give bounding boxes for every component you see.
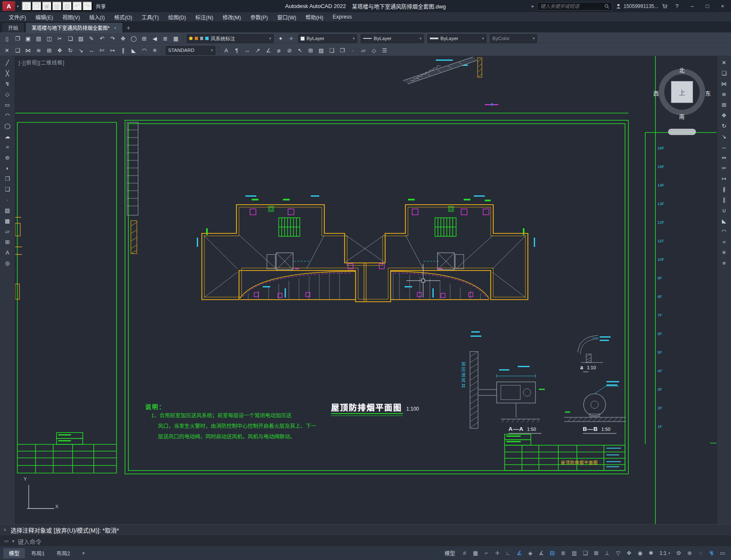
copy-clip-icon[interactable]: ❏ <box>65 33 76 43</box>
revision-cloud-icon[interactable]: ☁ <box>2 131 14 141</box>
match-properties-icon[interactable]: ✎ <box>86 33 97 43</box>
text-icon[interactable]: A <box>221 45 231 55</box>
region-icon[interactable]: ▱ <box>358 45 369 55</box>
isolate-objects-icon[interactable]: ◌ <box>696 548 706 558</box>
dim-aligned-icon[interactable]: ↗ <box>253 45 263 55</box>
stretch-icon[interactable]: ↔ <box>718 142 730 152</box>
3d-object-snap-icon[interactable]: ⊠ <box>591 548 601 558</box>
ellipse-arc-icon[interactable]: ◗ <box>2 163 14 173</box>
boundary-icon[interactable]: ◇ <box>369 45 379 55</box>
scale-icon[interactable]: ↘ <box>76 45 86 55</box>
layer-properties-icon[interactable]: ≣ <box>160 33 171 43</box>
table-icon[interactable]: ⊞ <box>2 237 14 247</box>
make-layer-current-icon[interactable]: ✦ <box>275 33 286 43</box>
store-cart-icon[interactable] <box>662 3 668 9</box>
menu-item[interactable]: 窗口(W) <box>272 12 301 22</box>
zoom-realtime-icon[interactable]: ◯ <box>128 33 139 43</box>
construction-line-icon[interactable]: ╳ <box>2 68 14 78</box>
mtext-icon[interactable]: ¶ <box>231 45 242 55</box>
selection-filtering-icon[interactable]: ▽ <box>613 548 623 558</box>
linetype-combo[interactable]: ByLayer <box>361 34 424 43</box>
object-snap-icon[interactable]: ⊡ <box>547 548 557 558</box>
move-icon[interactable]: ✥ <box>718 110 730 120</box>
make-block-icon[interactable]: ❑ <box>326 45 337 55</box>
insert-block-icon[interactable]: ❒ <box>337 45 348 55</box>
mirror-icon[interactable]: ⋈ <box>23 45 33 55</box>
layer-combo[interactable]: 风系统标注 <box>187 34 274 43</box>
menu-item[interactable]: 标注(N) <box>191 12 218 22</box>
explode-icon[interactable]: ✳ <box>149 45 160 55</box>
plot-preview-icon[interactable]: ◫ <box>44 33 54 43</box>
layout-tab[interactable]: 布局2 <box>51 548 76 558</box>
join-icon[interactable]: ∪ <box>718 205 730 215</box>
region-icon[interactable]: ▱ <box>2 226 14 236</box>
minimize-button[interactable]: – <box>686 1 698 11</box>
titlebar-expand-icon[interactable]: ▸ <box>532 3 534 9</box>
arc-icon[interactable]: ◠ <box>2 110 14 120</box>
cut-icon[interactable]: ✂ <box>54 33 65 43</box>
recent-commands-icon[interactable]: ▾ <box>12 538 14 544</box>
annotation-monitor-icon[interactable]: ⊕ <box>685 548 695 558</box>
spline-icon[interactable]: ≈ <box>2 142 14 152</box>
annotation-scale-combo[interactable]: 1:1 <box>657 549 673 558</box>
erase-icon[interactable]: ✕ <box>2 45 12 55</box>
explode-icon[interactable]: ✳ <box>718 247 730 257</box>
extend-icon[interactable]: ↦ <box>107 45 118 55</box>
mirror-icon[interactable]: ⋈ <box>718 78 730 89</box>
menu-item[interactable]: 帮助(H) <box>301 12 328 22</box>
menu-item[interactable]: 文件(F) <box>4 12 31 22</box>
polar-tracking-icon[interactable]: ∠ <box>514 548 524 558</box>
graphics-performance-icon[interactable]: ↯ <box>707 548 717 558</box>
circle-icon[interactable]: ◯ <box>2 121 14 131</box>
blend-icon[interactable]: ≈ <box>718 237 730 247</box>
gizmo-icon[interactable]: ✥ <box>624 548 634 558</box>
autocad-logo[interactable]: A <box>3 1 15 11</box>
command-close-icon[interactable]: × <box>3 527 6 533</box>
plotstyle-combo[interactable]: ByColor <box>490 34 537 43</box>
snap-mode-icon[interactable]: ▦ <box>470 548 481 558</box>
zoom-window-icon[interactable]: ⊞ <box>139 33 149 43</box>
extend-icon[interactable]: ↦ <box>718 173 730 184</box>
menu-item[interactable]: 参数(P) <box>246 12 273 22</box>
gradient-icon[interactable]: ▩ <box>2 216 14 226</box>
plot-icon[interactable]: ▤ <box>62 1 72 11</box>
open-icon[interactable]: ❐ <box>12 33 23 43</box>
fillet-icon[interactable]: ◠ <box>139 45 149 55</box>
properties-icon[interactable]: ☰ <box>379 45 390 55</box>
layer-states-icon[interactable]: ▦ <box>171 33 181 43</box>
maximize-button[interactable]: □ <box>701 1 713 11</box>
tab-close-icon[interactable]: × <box>114 25 117 30</box>
menu-item[interactable]: 编辑(E) <box>31 12 58 22</box>
paste-icon[interactable]: ▨ <box>76 33 86 43</box>
leader-icon[interactable]: ↖ <box>295 45 305 55</box>
point-icon[interactable]: ∙ <box>2 195 14 205</box>
lengthen-icon[interactable]: ↭ <box>718 152 730 162</box>
menu-item[interactable]: 绘图(D) <box>163 12 190 22</box>
save-icon[interactable]: ▣ <box>42 1 52 11</box>
dim-linear-icon[interactable]: ↔ <box>242 45 253 55</box>
share-button[interactable]: 共享 <box>96 3 106 10</box>
search-field[interactable] <box>537 2 612 11</box>
plot-icon[interactable]: ▤ <box>33 33 44 43</box>
array-icon[interactable]: ⊞ <box>44 45 54 55</box>
lineweight-icon[interactable]: ≣ <box>558 548 568 558</box>
close-button[interactable]: × <box>717 1 728 11</box>
dim-angular-icon[interactable]: ∠ <box>263 45 274 55</box>
open-folder-icon[interactable]: ❐ <box>32 1 42 11</box>
search-input[interactable] <box>540 4 602 9</box>
multiline-text-icon[interactable]: A <box>2 247 14 257</box>
save-as-icon[interactable]: ▥ <box>52 1 62 11</box>
line-tool-icon[interactable]: ╱ <box>2 57 14 68</box>
align-icon[interactable]: ≡ <box>718 258 730 268</box>
rotate-icon[interactable]: ↻ <box>718 121 730 131</box>
break-at-point-icon[interactable]: ∦ <box>718 184 730 194</box>
menu-item[interactable]: Express <box>328 12 356 22</box>
erase-icon[interactable]: ✕ <box>718 57 730 68</box>
break-icon[interactable]: ∥ <box>718 195 730 205</box>
object-snap-tracking-icon[interactable]: ∡ <box>536 548 546 558</box>
stretch-icon[interactable]: ↔ <box>86 45 97 55</box>
menu-item[interactable]: 格式(O) <box>109 12 137 22</box>
search-icon[interactable] <box>604 4 609 9</box>
layout-tab[interactable]: 布局1 <box>26 548 50 558</box>
annotation-visibility-icon[interactable]: ◉ <box>635 548 645 558</box>
